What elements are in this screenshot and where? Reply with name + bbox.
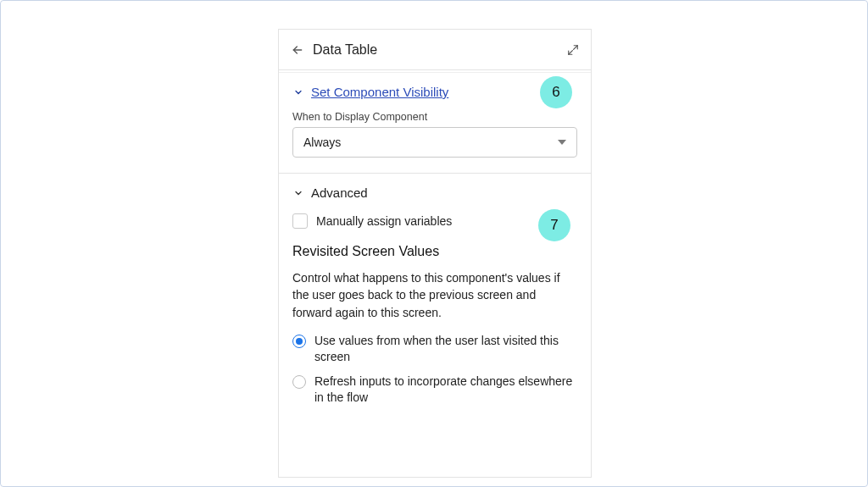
back-arrow-icon[interactable]: [289, 42, 306, 58]
callout-badge-6: 6: [540, 76, 572, 108]
chevron-down-icon: [292, 187, 304, 199]
callout-badge-7: 7: [538, 209, 570, 241]
dropdown-triangle-icon: [558, 140, 566, 145]
properties-panel: Data Table 6 Set Component Visibility Wh…: [278, 29, 592, 478]
advanced-section: 7 Advanced Manually assign variables Rev…: [279, 174, 591, 417]
radio-last-visited-label: Use values from when the user last visit…: [314, 333, 577, 365]
display-field-label: When to Display Component: [292, 111, 577, 123]
expand-icon[interactable]: [565, 42, 581, 58]
revisited-subheading: Revisited Screen Values: [292, 244, 577, 259]
advanced-heading: Advanced: [311, 185, 368, 200]
radio-refresh-label: Refresh inputs to incorporate changes el…: [314, 374, 577, 406]
radio-refresh[interactable]: [292, 375, 306, 389]
visibility-section: 6 Set Component Visibility When to Displ…: [279, 73, 591, 174]
outer-frame: Data Table 6 Set Component Visibility Wh…: [0, 0, 868, 487]
manual-assign-label: Manually assign variables: [316, 214, 452, 228]
chevron-down-icon: [292, 86, 304, 98]
radio-option-last-visited[interactable]: Use values from when the user last visit…: [292, 333, 577, 365]
revisited-description: Control what happens to this component's…: [292, 269, 577, 321]
panel-header: Data Table: [279, 30, 591, 70]
radio-option-refresh[interactable]: Refresh inputs to incorporate changes el…: [292, 374, 577, 406]
panel-title: Data Table: [313, 42, 565, 58]
manual-assign-row: Manually assign variables: [292, 213, 577, 229]
display-select[interactable]: Always: [292, 127, 577, 158]
manual-assign-checkbox[interactable]: [292, 213, 308, 229]
radio-last-visited[interactable]: [292, 335, 306, 348]
visibility-accordion-header[interactable]: Set Component Visibility: [292, 85, 577, 99]
visibility-heading-link[interactable]: Set Component Visibility: [311, 85, 448, 99]
advanced-accordion-header[interactable]: Advanced: [292, 185, 577, 200]
display-select-value: Always: [303, 136, 341, 149]
